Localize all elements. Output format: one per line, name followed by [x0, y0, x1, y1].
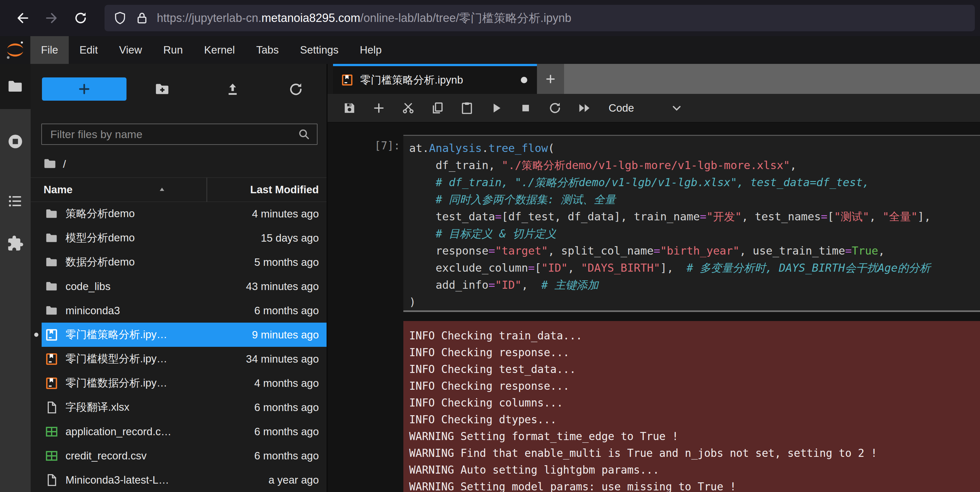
add-cell-button[interactable] — [364, 94, 393, 122]
tab-bar: 零门槛策略分析.ipynb — [328, 64, 980, 94]
menu-view[interactable]: View — [108, 36, 153, 64]
lock-icon — [135, 11, 149, 25]
run-icon — [489, 101, 503, 115]
menu-kernel[interactable]: Kernel — [194, 36, 245, 64]
file-name: credit_record.csv — [65, 450, 254, 462]
url-security-icons — [113, 11, 157, 25]
breadcrumb[interactable]: / — [43, 155, 66, 173]
file-modified: 6 months ago — [254, 450, 319, 462]
refresh-button[interactable] — [288, 81, 304, 97]
paste-button[interactable] — [452, 94, 482, 122]
menu-edit[interactable]: Edit — [69, 36, 108, 64]
cut-button[interactable] — [393, 94, 423, 122]
menu-settings[interactable]: Settings — [290, 36, 349, 64]
file-modified: 4 minutes ago — [252, 208, 319, 220]
breadcrumb-path: / — [63, 158, 66, 170]
file-browser-panel: / Name Last Modified 策略分析demo4 minutes a… — [31, 64, 326, 492]
forward-button[interactable] — [41, 8, 62, 29]
tab-bar-filler — [564, 64, 980, 94]
file-row[interactable]: 字段翻译.xlsx6 months ago — [31, 395, 326, 419]
file-row[interactable]: code_libs43 minutes ago — [31, 274, 326, 298]
chevron-down-icon[interactable] — [670, 101, 684, 115]
new-folder-button[interactable] — [154, 81, 170, 97]
menu-help[interactable]: Help — [349, 36, 392, 64]
file-row[interactable]: 零门槛数据分析.ipy…4 months ago — [31, 371, 326, 395]
file-row[interactable]: 数据分析demo5 months ago — [31, 250, 326, 274]
stop-circle-icon — [7, 133, 24, 150]
file-name: 字段翻译.xlsx — [65, 400, 254, 414]
upload-button[interactable] — [224, 81, 241, 97]
upload-icon — [224, 81, 241, 97]
folder-icon — [43, 157, 57, 171]
notebook-icon — [45, 352, 59, 366]
browser-nav — [0, 8, 91, 29]
output-line: INFO Checking dtypes... — [409, 411, 980, 428]
output-line: INFO Checking test_data... — [409, 361, 980, 378]
jupyter-menubar: FileEditViewRunKernelTabsSettingsHelp — [0, 36, 980, 64]
file-row-inner: 策略分析demo4 minutes ago — [41, 202, 326, 226]
unsaved-changes-icon[interactable] — [519, 75, 529, 85]
url-bar[interactable]: https://jupyterlab-cn.metanoia8295.com/o… — [105, 5, 975, 31]
sidebar-tab-toc[interactable] — [7, 193, 24, 210]
file-row[interactable]: 零门槛模型分析.ipy…34 minutes ago — [31, 347, 326, 371]
file-row[interactable]: credit_record.csv6 months ago — [31, 444, 326, 468]
code-cell-editor[interactable]: at.Analysis.tree_flow( df_train, "./策略分析… — [403, 135, 980, 312]
file-row[interactable]: application_record.c…6 months ago — [31, 419, 326, 444]
stop-button[interactable] — [511, 94, 540, 122]
file-name: 零门槛模型分析.ipy… — [65, 352, 246, 366]
folder-icon — [7, 78, 24, 95]
browser-toolbar: https://jupyterlab-cn.metanoia8295.com/o… — [0, 0, 980, 36]
notebook-toolbar: Code — [328, 94, 980, 122]
column-divider — [207, 178, 207, 202]
file-modified: 9 minutes ago — [252, 329, 319, 341]
notebook-icon — [341, 73, 354, 86]
code-line: # df_train, "./策略分析demo/v1-lgb/v1-lgb.xl… — [409, 174, 980, 191]
file-modified: 6 months ago — [254, 402, 319, 414]
restart-button[interactable] — [540, 94, 570, 122]
new-tab-button[interactable] — [537, 64, 564, 94]
tab-bar-left-spacer — [328, 64, 333, 94]
code-line: test_data=[df_test, df_data], train_name… — [409, 208, 980, 225]
output-line: WARNING Setting format_time_edge to True… — [409, 428, 980, 445]
menu-file[interactable]: File — [30, 36, 69, 64]
copy-button[interactable] — [423, 94, 452, 122]
tab-notebook[interactable]: 零门槛策略分析.ipynb — [333, 64, 537, 94]
folder-icon — [45, 231, 59, 245]
activity-bar — [0, 64, 31, 492]
file-row[interactable]: 策略分析demo4 minutes ago — [31, 202, 326, 226]
url-prefix: https://jupyterlab-cn. — [157, 11, 261, 24]
folder-icon — [45, 207, 59, 221]
file-row[interactable]: miniconda36 months ago — [31, 298, 326, 323]
menu-tabs[interactable]: Tabs — [245, 36, 290, 64]
menu-run[interactable]: Run — [153, 36, 194, 64]
file-row-inner: 字段翻译.xlsx6 months ago — [41, 395, 326, 419]
save-icon — [342, 101, 356, 115]
run-button[interactable] — [482, 94, 511, 122]
back-button[interactable] — [12, 8, 33, 29]
new-launcher-button[interactable] — [42, 78, 126, 101]
output-line: INFO Checking response... — [409, 344, 980, 361]
sidebar-tab-puzzle[interactable] — [7, 235, 24, 252]
file-row-inner: 零门槛模型分析.ipy…34 minutes ago — [41, 347, 326, 371]
run-all-button[interactable] — [570, 94, 599, 122]
file-row[interactable]: Miniconda3-latest-L…a year ago — [31, 468, 326, 492]
file-row[interactable]: 模型分析demo15 days ago — [31, 226, 326, 250]
file-name: Miniconda3-latest-L… — [65, 474, 269, 486]
save-button[interactable] — [335, 94, 364, 122]
sidebar-tab-folder[interactable] — [7, 78, 24, 95]
file-icon — [45, 473, 59, 487]
search-icon — [297, 127, 311, 141]
reload-button[interactable] — [70, 8, 91, 29]
screen: https://jupyterlab-cn.metanoia8295.com/o… — [0, 0, 980, 492]
filter-files-input[interactable] — [42, 128, 297, 141]
file-row[interactable]: 零门槛策略分析.ipy…9 minutes ago — [31, 323, 326, 347]
file-row-inner: application_record.c…6 months ago — [41, 419, 326, 444]
column-header-name[interactable]: Name — [44, 178, 73, 202]
file-modified: 6 months ago — [254, 425, 319, 438]
add-cell-icon — [372, 101, 386, 115]
sidebar-tab-stop-circle[interactable] — [7, 133, 24, 150]
notebook-icon — [45, 328, 59, 342]
column-header-modified[interactable]: Last Modified — [250, 178, 319, 202]
cell-type-dropdown[interactable]: Code — [609, 102, 634, 114]
file-icon — [45, 401, 59, 414]
